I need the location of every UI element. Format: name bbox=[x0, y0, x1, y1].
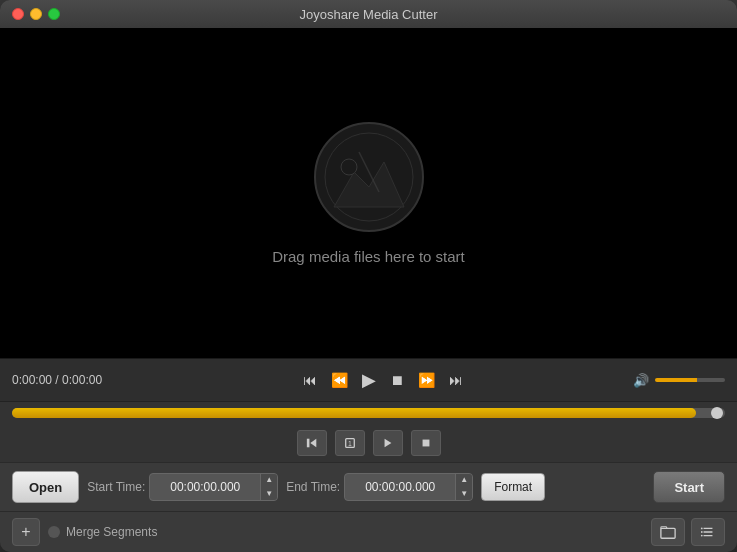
folder-icon bbox=[660, 523, 676, 541]
svg-point-0 bbox=[325, 133, 413, 221]
end-time-input-group: ▲ ▼ bbox=[344, 473, 473, 501]
drag-hint-text: Drag media files here to start bbox=[272, 248, 465, 265]
timeline-track[interactable] bbox=[12, 408, 725, 418]
svg-rect-9 bbox=[422, 440, 429, 447]
merge-dot-icon bbox=[48, 526, 60, 538]
svg-point-14 bbox=[701, 528, 703, 530]
end-time-stepper: ▲ ▼ bbox=[455, 473, 472, 501]
end-time-input[interactable] bbox=[345, 476, 455, 498]
folder-view-button[interactable] bbox=[651, 518, 685, 546]
svg-point-16 bbox=[701, 535, 703, 537]
end-time-label: End Time: bbox=[286, 480, 340, 494]
volume-icon: 🔊 bbox=[633, 373, 649, 388]
segment-stop-button[interactable] bbox=[411, 430, 441, 456]
end-time-increment[interactable]: ▲ bbox=[456, 473, 472, 487]
segment-controls-bar: 1 bbox=[0, 424, 737, 462]
time-display: 0:00:00 / 0:00:00 bbox=[12, 373, 132, 387]
end-time-decrement[interactable]: ▼ bbox=[456, 487, 472, 501]
stop-button[interactable]: ⏹ bbox=[384, 368, 410, 392]
titlebar: Joyoshare Media Cutter bbox=[0, 0, 737, 28]
start-time-input[interactable] bbox=[150, 476, 260, 498]
footer-bar: + Merge Segments bbox=[0, 511, 737, 552]
step-forward-button[interactable]: ⏩ bbox=[412, 368, 441, 392]
volume-slider[interactable] bbox=[655, 378, 725, 382]
svg-rect-10 bbox=[661, 528, 675, 538]
svg-point-15 bbox=[701, 531, 703, 533]
step-to-end-button[interactable]: ⏭ bbox=[443, 368, 469, 392]
segment-prev-icon bbox=[306, 436, 318, 450]
video-area: Drag media files here to start bbox=[0, 28, 737, 358]
media-icon-svg bbox=[324, 132, 414, 222]
open-button[interactable]: Open bbox=[12, 471, 79, 503]
format-button[interactable]: Format bbox=[481, 473, 545, 501]
close-button[interactable] bbox=[12, 8, 24, 20]
timeline-progress bbox=[12, 408, 696, 418]
segment-play-icon bbox=[382, 436, 394, 450]
svg-rect-4 bbox=[306, 439, 309, 448]
start-time-field: Start Time: ▲ ▼ bbox=[87, 473, 278, 501]
start-time-increment[interactable]: ▲ bbox=[261, 473, 277, 487]
segment-mark-button[interactable]: 1 bbox=[335, 430, 365, 456]
start-button[interactable]: Start bbox=[653, 471, 725, 503]
volume-area: 🔊 bbox=[633, 373, 725, 388]
main-window: Joyoshare Media Cutter Drag media files … bbox=[0, 0, 737, 552]
segment-play-button[interactable] bbox=[373, 430, 403, 456]
maximize-button[interactable] bbox=[48, 8, 60, 20]
start-time-stepper: ▲ ▼ bbox=[260, 473, 277, 501]
timeline-handle[interactable] bbox=[711, 407, 723, 419]
svg-marker-8 bbox=[384, 439, 391, 448]
merge-segments-indicator: Merge Segments bbox=[48, 525, 157, 539]
start-time-input-group: ▲ ▼ bbox=[149, 473, 278, 501]
merge-segments-label: Merge Segments bbox=[66, 525, 157, 539]
segment-prev-button[interactable] bbox=[297, 430, 327, 456]
segment-mark-icon: 1 bbox=[344, 436, 356, 450]
window-title: Joyoshare Media Cutter bbox=[299, 7, 437, 22]
list-icon bbox=[700, 523, 716, 541]
svg-text:1: 1 bbox=[348, 440, 352, 447]
bottom-controls-bar: Open Start Time: ▲ ▼ End Time: ▲ ▼ Forma… bbox=[0, 462, 737, 511]
start-time-label: Start Time: bbox=[87, 480, 145, 494]
playback-bar: 0:00:00 / 0:00:00 ⏮ ⏪ ▶ ⏹ ⏩ ⏭ 🔊 bbox=[0, 358, 737, 401]
media-placeholder-icon bbox=[314, 122, 424, 232]
timeline-bar bbox=[0, 401, 737, 424]
add-segment-button[interactable]: + bbox=[12, 518, 40, 546]
traffic-lights bbox=[12, 8, 60, 20]
list-view-button[interactable] bbox=[691, 518, 725, 546]
svg-marker-5 bbox=[310, 439, 316, 448]
step-to-start-button[interactable]: ⏮ bbox=[297, 368, 323, 392]
footer-right-buttons bbox=[651, 518, 725, 546]
minimize-button[interactable] bbox=[30, 8, 42, 20]
start-time-decrement[interactable]: ▼ bbox=[261, 487, 277, 501]
svg-point-2 bbox=[341, 159, 357, 175]
segment-stop-icon bbox=[420, 436, 432, 450]
play-button[interactable]: ▶ bbox=[356, 365, 382, 395]
end-time-field: End Time: ▲ ▼ bbox=[286, 473, 473, 501]
step-back-button[interactable]: ⏪ bbox=[325, 368, 354, 392]
playback-controls: ⏮ ⏪ ▶ ⏹ ⏩ ⏭ bbox=[140, 365, 625, 395]
